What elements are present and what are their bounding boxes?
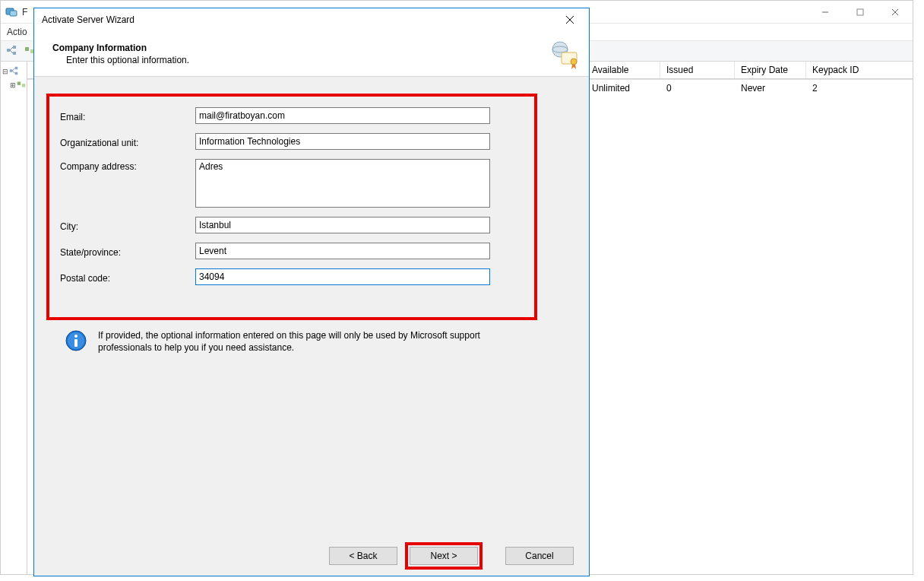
tree-toggle-icon[interactable]: ⊟ [2,68,8,75]
address-label: Company address: [60,159,195,172]
wizard-subheading: Enter this optional information. [66,55,189,65]
wizard-title: Activate Server Wizard [42,14,134,25]
toolbar-icon[interactable] [5,44,17,59]
wizard-header: Company Information Enter this optional … [34,31,589,77]
city-label: City: [60,219,195,232]
postal-field[interactable] [195,268,490,285]
app-icon [5,6,17,18]
email-label: Email: [60,110,195,122]
svg-line-10 [10,50,13,53]
state-label: State/province: [60,245,195,258]
wizard-footer: < Back Next > Cancel [34,536,589,576]
cell-expiry: Never [735,83,806,94]
svg-rect-18 [17,81,21,84]
svg-rect-15 [15,71,18,75]
form-row-address: Company address: [60,159,525,208]
col-available[interactable]: Available [586,62,660,79]
form-row-email: Email: [60,107,525,124]
col-issued[interactable]: Issued [660,62,735,79]
svg-rect-3 [857,9,863,15]
wizard-titlebar: Activate Server Wizard [34,8,589,31]
svg-rect-1 [10,11,17,16]
svg-rect-8 [13,52,16,55]
svg-point-25 [571,59,577,65]
col-expiry[interactable]: Expiry Date [735,62,806,79]
form-row-ou: Organizational unit: [60,133,525,150]
email-field[interactable] [195,107,490,124]
tree-node[interactable]: ⊞ [2,78,25,92]
form-highlight-box: Email: Organizational unit: Company addr… [46,94,537,320]
next-highlight-box: Next > [405,542,483,570]
svg-line-17 [12,71,15,74]
close-icon[interactable] [559,8,581,31]
cell-keypack: 2 [806,83,890,94]
svg-point-28 [74,335,78,338]
next-button[interactable]: Next > [410,547,478,565]
cancel-button[interactable]: Cancel [505,547,574,565]
tree-toggle-icon[interactable]: ⊞ [10,81,16,89]
form-row-city: City: [60,217,525,233]
form-row-state: State/province: [60,243,525,259]
svg-rect-14 [15,66,18,69]
address-field[interactable] [195,159,490,208]
svg-rect-6 [7,49,10,52]
tree-node[interactable]: ⊟ [2,65,25,78]
close-button[interactable] [878,1,913,23]
cell-available: Unlimited [586,83,660,94]
postal-label: Postal code: [60,271,195,284]
svg-rect-29 [74,339,78,347]
city-field[interactable] [195,217,490,233]
tree-icon [8,65,19,78]
certificate-icon [549,39,580,69]
info-row: If provided, the optional information en… [65,329,536,354]
state-field[interactable] [195,243,490,259]
ou-field[interactable] [195,133,490,150]
info-icon [65,329,87,352]
col-keypack[interactable]: Keypack ID [806,62,890,79]
svg-line-9 [10,47,13,50]
tree-icon [16,79,27,92]
form-row-postal: Postal code: [60,268,525,285]
maximize-button[interactable] [843,1,878,23]
svg-rect-7 [13,46,16,49]
svg-line-16 [12,68,15,71]
svg-rect-11 [25,47,29,51]
svg-rect-19 [22,84,25,87]
ou-label: Organizational unit: [60,135,195,148]
parent-title: F [22,7,27,17]
menu-item[interactable]: Actio [7,27,27,37]
minimize-button[interactable] [808,1,843,23]
back-button[interactable]: < Back [329,547,397,565]
wizard-heading: Company Information [52,43,189,53]
info-text: If provided, the optional information en… [98,329,536,354]
tree-panel: ⊟ ⊞ [1,62,27,574]
wizard-dialog: Activate Server Wizard Company Informati… [33,8,590,576]
cell-issued: 0 [660,83,735,94]
svg-rect-13 [10,69,13,72]
window-buttons [808,1,913,23]
wizard-body: Email: Organizational unit: Company addr… [34,77,589,536]
